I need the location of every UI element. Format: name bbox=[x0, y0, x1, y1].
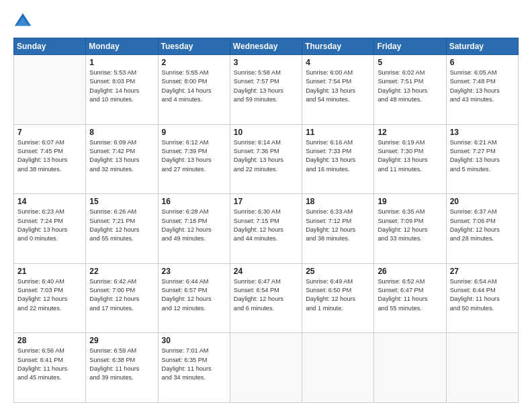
day-number: 11 bbox=[306, 128, 370, 137]
calendar-week-3: 14Sunrise: 6:23 AM Sunset: 7:24 PM Dayli… bbox=[14, 194, 519, 264]
calendar-cell: 12Sunrise: 6:19 AM Sunset: 7:30 PM Dayli… bbox=[374, 124, 446, 194]
weekday-header-sunday: Sunday bbox=[14, 38, 86, 55]
calendar-cell: 11Sunrise: 6:16 AM Sunset: 7:33 PM Dayli… bbox=[302, 124, 374, 194]
day-number: 16 bbox=[162, 197, 226, 206]
day-info: Sunrise: 6:33 AM Sunset: 7:12 PM Dayligh… bbox=[306, 208, 370, 243]
day-number: 9 bbox=[162, 128, 226, 137]
calendar-cell: 2Sunrise: 5:55 AM Sunset: 8:00 PM Daylig… bbox=[158, 55, 230, 125]
day-info: Sunrise: 6:49 AM Sunset: 6:50 PM Dayligh… bbox=[306, 277, 370, 313]
calendar-week-4: 21Sunrise: 6:40 AM Sunset: 7:03 PM Dayli… bbox=[14, 263, 519, 333]
calendar-week-1: 1Sunrise: 5:53 AM Sunset: 8:03 PM Daylig… bbox=[14, 55, 519, 125]
day-number: 12 bbox=[378, 128, 442, 137]
day-number: 7 bbox=[17, 128, 82, 137]
day-number: 18 bbox=[306, 197, 370, 206]
day-number: 4 bbox=[306, 58, 370, 67]
logo bbox=[13, 12, 35, 31]
day-number: 29 bbox=[89, 336, 154, 345]
calendar-cell: 19Sunrise: 6:35 AM Sunset: 7:09 PM Dayli… bbox=[374, 194, 446, 264]
day-info: Sunrise: 5:55 AM Sunset: 8:00 PM Dayligh… bbox=[162, 68, 226, 104]
day-number: 8 bbox=[89, 128, 154, 137]
day-info: Sunrise: 6:37 AM Sunset: 7:06 PM Dayligh… bbox=[450, 208, 515, 243]
page: SundayMondayTuesdayWednesdayThursdayFrid… bbox=[0, 0, 532, 411]
weekday-header-thursday: Thursday bbox=[302, 38, 374, 55]
calendar-cell: 26Sunrise: 6:52 AM Sunset: 6:47 PM Dayli… bbox=[374, 263, 446, 333]
calendar-cell: 18Sunrise: 6:33 AM Sunset: 7:12 PM Dayli… bbox=[302, 194, 374, 264]
logo-icon bbox=[13, 12, 32, 31]
day-number: 2 bbox=[162, 58, 226, 67]
day-info: Sunrise: 6:09 AM Sunset: 7:42 PM Dayligh… bbox=[89, 138, 154, 174]
day-number: 23 bbox=[162, 267, 226, 276]
calendar-cell: 13Sunrise: 6:21 AM Sunset: 7:27 PM Dayli… bbox=[446, 124, 518, 194]
calendar-cell: 22Sunrise: 6:42 AM Sunset: 7:00 PM Dayli… bbox=[86, 263, 158, 333]
day-number: 13 bbox=[450, 128, 515, 137]
day-number: 26 bbox=[378, 267, 442, 276]
weekday-header-wednesday: Wednesday bbox=[230, 38, 302, 55]
day-info: Sunrise: 6:47 AM Sunset: 6:54 PM Dayligh… bbox=[234, 277, 298, 313]
calendar-cell: 4Sunrise: 6:00 AM Sunset: 7:54 PM Daylig… bbox=[302, 55, 374, 125]
calendar-cell: 5Sunrise: 6:02 AM Sunset: 7:51 PM Daylig… bbox=[374, 55, 446, 125]
calendar-cell: 10Sunrise: 6:14 AM Sunset: 7:36 PM Dayli… bbox=[230, 124, 302, 194]
day-number: 24 bbox=[234, 267, 298, 276]
calendar-cell: 7Sunrise: 6:07 AM Sunset: 7:45 PM Daylig… bbox=[14, 124, 86, 194]
day-number: 10 bbox=[234, 128, 298, 137]
calendar-table: SundayMondayTuesdayWednesdayThursdayFrid… bbox=[13, 38, 519, 403]
day-info: Sunrise: 7:01 AM Sunset: 6:35 PM Dayligh… bbox=[162, 347, 226, 382]
calendar-cell: 27Sunrise: 6:54 AM Sunset: 6:44 PM Dayli… bbox=[446, 263, 518, 333]
day-info: Sunrise: 6:19 AM Sunset: 7:30 PM Dayligh… bbox=[378, 138, 442, 174]
calendar-cell: 6Sunrise: 6:05 AM Sunset: 7:48 PM Daylig… bbox=[446, 55, 518, 125]
day-number: 22 bbox=[89, 267, 154, 276]
calendar-cell: 28Sunrise: 6:56 AM Sunset: 6:41 PM Dayli… bbox=[14, 333, 86, 403]
calendar-cell bbox=[14, 55, 86, 125]
calendar-cell: 15Sunrise: 6:26 AM Sunset: 7:21 PM Dayli… bbox=[86, 194, 158, 264]
weekday-header-saturday: Saturday bbox=[446, 38, 518, 55]
day-number: 21 bbox=[17, 267, 82, 276]
day-number: 27 bbox=[450, 267, 515, 276]
day-info: Sunrise: 6:42 AM Sunset: 7:00 PM Dayligh… bbox=[89, 277, 154, 313]
calendar-cell bbox=[230, 333, 302, 403]
day-info: Sunrise: 6:40 AM Sunset: 7:03 PM Dayligh… bbox=[17, 277, 82, 313]
day-info: Sunrise: 5:58 AM Sunset: 7:57 PM Dayligh… bbox=[234, 68, 298, 104]
weekday-header-monday: Monday bbox=[86, 38, 158, 55]
day-number: 17 bbox=[234, 197, 298, 206]
day-info: Sunrise: 6:52 AM Sunset: 6:47 PM Dayligh… bbox=[378, 277, 442, 313]
weekday-row: SundayMondayTuesdayWednesdayThursdayFrid… bbox=[14, 38, 519, 55]
calendar-cell bbox=[302, 333, 374, 403]
day-number: 15 bbox=[89, 197, 154, 206]
calendar-cell: 24Sunrise: 6:47 AM Sunset: 6:54 PM Dayli… bbox=[230, 263, 302, 333]
calendar-cell bbox=[446, 333, 518, 403]
day-number: 1 bbox=[89, 58, 154, 67]
calendar-cell: 17Sunrise: 6:30 AM Sunset: 7:15 PM Dayli… bbox=[230, 194, 302, 264]
day-info: Sunrise: 6:14 AM Sunset: 7:36 PM Dayligh… bbox=[234, 138, 298, 174]
day-info: Sunrise: 6:05 AM Sunset: 7:48 PM Dayligh… bbox=[450, 68, 515, 104]
calendar-cell: 14Sunrise: 6:23 AM Sunset: 7:24 PM Dayli… bbox=[14, 194, 86, 264]
day-number: 20 bbox=[450, 197, 515, 206]
day-info: Sunrise: 6:12 AM Sunset: 7:39 PM Dayligh… bbox=[162, 138, 226, 174]
calendar-cell: 30Sunrise: 7:01 AM Sunset: 6:35 PM Dayli… bbox=[158, 333, 230, 403]
day-info: Sunrise: 6:54 AM Sunset: 6:44 PM Dayligh… bbox=[450, 277, 515, 313]
calendar-cell: 1Sunrise: 5:53 AM Sunset: 8:03 PM Daylig… bbox=[86, 55, 158, 125]
calendar-cell: 21Sunrise: 6:40 AM Sunset: 7:03 PM Dayli… bbox=[14, 263, 86, 333]
calendar-cell: 20Sunrise: 6:37 AM Sunset: 7:06 PM Dayli… bbox=[446, 194, 518, 264]
weekday-header-friday: Friday bbox=[374, 38, 446, 55]
calendar-cell: 23Sunrise: 6:44 AM Sunset: 6:57 PM Dayli… bbox=[158, 263, 230, 333]
day-info: Sunrise: 6:28 AM Sunset: 7:18 PM Dayligh… bbox=[162, 208, 226, 243]
day-number: 19 bbox=[378, 197, 442, 206]
day-info: Sunrise: 6:16 AM Sunset: 7:33 PM Dayligh… bbox=[306, 138, 370, 174]
calendar-cell bbox=[374, 333, 446, 403]
calendar-week-2: 7Sunrise: 6:07 AM Sunset: 7:45 PM Daylig… bbox=[14, 124, 519, 194]
header bbox=[13, 12, 519, 31]
calendar-cell: 9Sunrise: 6:12 AM Sunset: 7:39 PM Daylig… bbox=[158, 124, 230, 194]
day-info: Sunrise: 6:02 AM Sunset: 7:51 PM Dayligh… bbox=[378, 68, 442, 104]
day-info: Sunrise: 6:35 AM Sunset: 7:09 PM Dayligh… bbox=[378, 208, 442, 243]
day-info: Sunrise: 6:23 AM Sunset: 7:24 PM Dayligh… bbox=[17, 208, 82, 243]
calendar-cell: 29Sunrise: 6:59 AM Sunset: 6:38 PM Dayli… bbox=[86, 333, 158, 403]
calendar-week-5: 28Sunrise: 6:56 AM Sunset: 6:41 PM Dayli… bbox=[14, 333, 519, 403]
day-info: Sunrise: 6:21 AM Sunset: 7:27 PM Dayligh… bbox=[450, 138, 515, 174]
day-number: 3 bbox=[234, 58, 298, 67]
calendar-cell: 3Sunrise: 5:58 AM Sunset: 7:57 PM Daylig… bbox=[230, 55, 302, 125]
weekday-header-tuesday: Tuesday bbox=[158, 38, 230, 55]
day-number: 30 bbox=[162, 336, 226, 345]
day-info: Sunrise: 6:56 AM Sunset: 6:41 PM Dayligh… bbox=[17, 347, 82, 382]
calendar-cell: 8Sunrise: 6:09 AM Sunset: 7:42 PM Daylig… bbox=[86, 124, 158, 194]
day-info: Sunrise: 6:00 AM Sunset: 7:54 PM Dayligh… bbox=[306, 68, 370, 104]
